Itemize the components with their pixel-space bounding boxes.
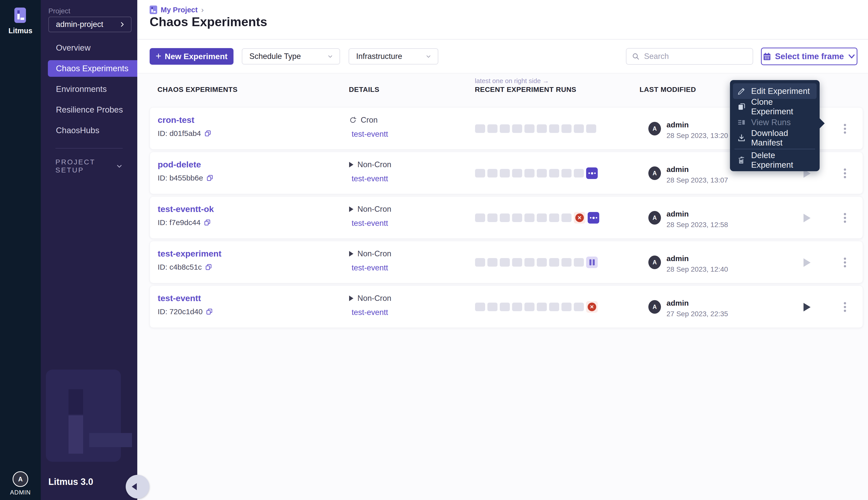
watermark-shape — [68, 416, 83, 454]
column-header-modified: LAST MODIFIED — [640, 86, 696, 94]
menu-item-download-manifest[interactable]: Download Manifest — [733, 130, 816, 146]
paused-run-badge[interactable] — [586, 257, 598, 268]
infrastructure-link[interactable]: test-eventt — [352, 130, 388, 139]
row-menu-button[interactable] — [839, 167, 851, 179]
run-placeholder — [500, 124, 510, 133]
run-placeholder — [487, 303, 497, 311]
schedule-type-label: Cron — [361, 116, 377, 125]
column-header-experiments: CHAOS EXPERIMENTS — [157, 86, 238, 94]
brand-label: Litmus — [0, 27, 41, 35]
running-run-badge[interactable] — [588, 212, 599, 224]
experiment-name-link[interactable]: test-eventt — [158, 293, 201, 303]
run-placeholder — [562, 303, 572, 311]
schedule-type: Non-Cron — [349, 160, 391, 169]
select-time-frame-button[interactable]: Select time frame — [761, 48, 857, 65]
experiment-id: ID: c4b8c51c — [158, 263, 212, 271]
schedule-type-label: Non-Cron — [358, 294, 391, 303]
logo-bar-vertical — [18, 14, 20, 19]
row-menu-button[interactable] — [839, 301, 851, 313]
run-placeholder — [537, 214, 547, 222]
schedule-type-label: Non-Cron — [358, 249, 391, 258]
experiment-name-link[interactable]: pod-delete — [158, 160, 201, 169]
sidebar-item-overview[interactable]: Overview — [41, 39, 137, 56]
table-row: test-experiment ID: c4b8c51c Non-Cron te… — [150, 241, 863, 283]
user-avatar[interactable]: A — [13, 471, 28, 487]
infrastructure-link[interactable]: test-eventt — [352, 219, 388, 228]
project-select[interactable]: admin-project — [48, 16, 132, 32]
menu-item-delete-experiment[interactable]: Delete Experiment — [733, 152, 816, 168]
sidebar-item-resilience-probes[interactable]: Resilience Probes — [41, 101, 137, 118]
search-input[interactable] — [644, 52, 747, 61]
sidebar-item-chaoshubs[interactable]: ChaosHubs — [41, 122, 137, 139]
copy-icon[interactable] — [204, 219, 211, 226]
clone-icon — [737, 102, 746, 111]
modified-by-name: admin — [666, 254, 689, 263]
copy-icon[interactable] — [206, 174, 214, 182]
experiment-id: ID: f7e9dc44 — [158, 218, 211, 227]
run-placeholder — [574, 124, 584, 133]
recent-runs: ✕ — [475, 197, 599, 239]
new-experiment-button[interactable]: + New Experiment — [150, 48, 234, 65]
row-menu-button[interactable] — [839, 123, 851, 135]
run-placeholder — [487, 214, 497, 222]
failed-run-badge[interactable]: ✕ — [574, 212, 585, 224]
runs-order-note: latest one on right side → — [475, 77, 549, 85]
sidebar-collapse-button[interactable] — [126, 475, 149, 499]
modified-at-timestamp: 28 Sep 2023, 13:07 — [666, 176, 728, 184]
run-placeholder — [487, 124, 497, 133]
experiment-name-link[interactable]: test-eventt-ok — [158, 204, 214, 214]
menu-item-view-runs: View Runs — [733, 115, 816, 130]
run-placeholder — [500, 214, 510, 222]
run-placeholder — [562, 169, 572, 178]
infrastructure-select[interactable]: Infrastructure — [349, 48, 438, 65]
run-experiment-button[interactable] — [803, 258, 811, 267]
run-placeholder — [549, 169, 559, 178]
row-menu-button[interactable] — [839, 212, 851, 224]
run-placeholder — [574, 169, 584, 178]
run-placeholder — [512, 258, 522, 266]
litmus-app: Litmus A ADMIN Project admin-project Ove… — [0, 0, 868, 500]
run-placeholder — [574, 258, 584, 266]
run-placeholder — [549, 258, 559, 266]
failed-run-badge[interactable]: ✕ — [586, 301, 598, 313]
row-menu-button[interactable] — [839, 256, 851, 269]
page-title: Chaos Experiments — [150, 15, 267, 29]
running-run-badge[interactable] — [586, 168, 598, 179]
run-placeholder — [487, 169, 497, 178]
sidebar-item-environments[interactable]: Environments — [41, 81, 137, 98]
breadcrumb-project-link[interactable]: My Project — [161, 6, 198, 14]
experiment-name-link[interactable]: cron-test — [158, 115, 194, 125]
run-placeholder — [475, 124, 485, 133]
schedule-type-select[interactable]: Schedule Type — [242, 48, 340, 65]
left-rail: Litmus A ADMIN — [0, 0, 41, 500]
copy-icon[interactable] — [205, 308, 213, 316]
project-setup-toggle[interactable]: PROJECT SETUP — [55, 158, 123, 174]
litmus-logo-icon[interactable] — [14, 8, 26, 23]
modified-by-avatar: A — [649, 300, 661, 314]
copy-icon[interactable] — [205, 263, 212, 271]
logo-notch — [18, 10, 20, 14]
sidebar-item-chaos-experiments[interactable]: Chaos Experiments — [48, 60, 137, 77]
play-small-icon — [349, 296, 353, 301]
schedule-type: Non-Cron — [349, 249, 391, 258]
infrastructure-link[interactable]: test-eventt — [352, 174, 388, 183]
run-placeholder — [586, 124, 596, 133]
run-placeholder — [500, 303, 510, 311]
menu-item-edit-experiment[interactable]: Edit Experiment — [733, 83, 816, 99]
infrastructure-link[interactable]: test-eventt — [352, 263, 388, 272]
run-experiment-button[interactable] — [803, 303, 811, 311]
watermark-shape — [89, 433, 132, 447]
modified-at-timestamp: 28 Sep 2023, 12:40 — [666, 265, 728, 273]
experiment-name-link[interactable]: test-experiment — [158, 249, 222, 259]
schedule-type: Non-Cron — [349, 205, 391, 214]
trash-icon — [737, 156, 746, 164]
schedule-type: Cron — [349, 116, 377, 125]
run-experiment-button[interactable] — [803, 214, 811, 222]
user-label: ADMIN — [0, 489, 41, 496]
infrastructure-link[interactable]: test-eventt — [352, 308, 388, 317]
play-small-icon — [349, 206, 353, 212]
run-placeholder — [500, 258, 510, 266]
project-setup-label: PROJECT SETUP — [55, 158, 116, 174]
menu-item-clone-experiment[interactable]: Clone Experiment — [733, 99, 816, 115]
copy-icon[interactable] — [204, 130, 212, 137]
